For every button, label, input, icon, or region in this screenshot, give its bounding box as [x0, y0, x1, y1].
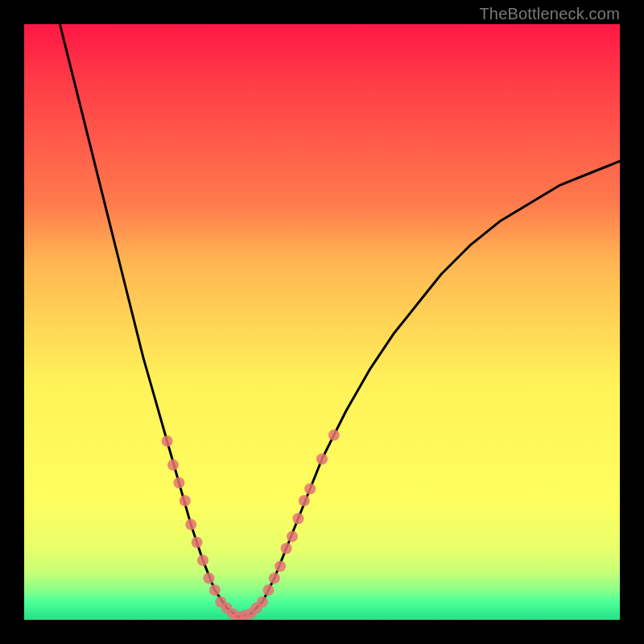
svg-point-25 [316, 453, 328, 464]
svg-point-19 [275, 560, 286, 572]
svg-point-22 [292, 513, 303, 524]
svg-point-23 [299, 495, 310, 506]
svg-point-26 [328, 430, 340, 441]
svg-point-18 [269, 572, 280, 584]
svg-point-21 [287, 530, 298, 542]
svg-point-17 [262, 584, 274, 596]
svg-point-3 [180, 495, 191, 506]
svg-point-5 [192, 537, 203, 548]
svg-point-8 [209, 584, 221, 596]
svg-point-4 [185, 519, 196, 530]
svg-point-16 [257, 597, 268, 608]
svg-point-24 [304, 483, 316, 494]
svg-point-1 [167, 460, 179, 471]
svg-point-6 [197, 555, 208, 566]
chart-svg [24, 24, 620, 620]
svg-point-2 [173, 477, 184, 489]
chart-container: TheBottleneck.com [0, 0, 644, 644]
svg-point-0 [162, 436, 173, 447]
svg-point-7 [203, 572, 214, 584]
svg-point-20 [281, 543, 292, 554]
plot-area [24, 24, 620, 620]
bottleneck-curve [60, 24, 620, 617]
watermark-text: TheBottleneck.com [479, 5, 620, 23]
highlight-dots [162, 430, 340, 620]
